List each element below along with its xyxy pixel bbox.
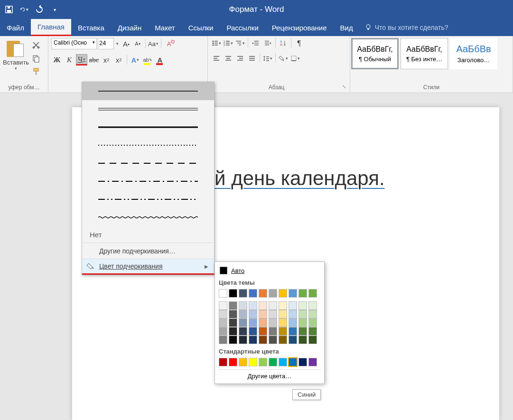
color-swatch[interactable] bbox=[308, 327, 317, 336]
highlight-button[interactable]: ab✎ bbox=[142, 54, 153, 65]
color-swatch[interactable] bbox=[239, 358, 247, 366]
color-swatch[interactable] bbox=[239, 310, 247, 318]
show-marks-button[interactable]: ¶ bbox=[293, 38, 305, 48]
document-text[interactable]: й день календаря. bbox=[215, 167, 385, 190]
color-swatch[interactable] bbox=[219, 301, 227, 310]
color-swatch[interactable] bbox=[269, 310, 277, 318]
multilevel-button[interactable] bbox=[234, 38, 246, 48]
grow-font-button[interactable]: A▴ bbox=[121, 38, 131, 49]
copy-icon[interactable] bbox=[32, 54, 40, 65]
color-swatch[interactable] bbox=[259, 289, 267, 298]
color-swatch[interactable] bbox=[308, 310, 317, 318]
numbering-button[interactable]: 123 bbox=[223, 38, 234, 48]
underline-style-wave[interactable] bbox=[82, 208, 214, 226]
tab-insert[interactable]: Вставка bbox=[71, 19, 111, 36]
color-auto[interactable]: Авто bbox=[218, 265, 321, 276]
color-swatch[interactable] bbox=[298, 301, 307, 310]
qat-customize-icon[interactable]: ▾ bbox=[50, 5, 59, 14]
color-swatch[interactable] bbox=[289, 327, 297, 336]
color-swatch[interactable] bbox=[229, 358, 237, 366]
underline-style-single[interactable] bbox=[82, 82, 214, 100]
underline-style-dotted[interactable] bbox=[82, 136, 214, 154]
line-spacing-button[interactable] bbox=[262, 53, 273, 64]
color-swatch[interactable] bbox=[279, 358, 287, 366]
color-swatch[interactable] bbox=[249, 301, 257, 310]
shrink-font-button[interactable]: A▾ bbox=[132, 38, 143, 49]
color-swatch[interactable] bbox=[219, 336, 227, 344]
color-swatch[interactable] bbox=[249, 358, 257, 366]
color-swatch[interactable] bbox=[289, 336, 297, 344]
tell-me-search[interactable]: Что вы хотите сделать? bbox=[360, 19, 453, 36]
color-swatch[interactable] bbox=[279, 301, 287, 310]
underline-button[interactable]: Ч bbox=[76, 54, 87, 65]
undo-icon[interactable]: ▾ bbox=[20, 5, 28, 14]
paste-button[interactable]: Вставить ▾ bbox=[3, 38, 29, 78]
color-swatch[interactable] bbox=[279, 318, 287, 327]
tab-mailings[interactable]: Рассылки bbox=[220, 19, 265, 36]
color-swatch[interactable] bbox=[219, 310, 227, 318]
style-normal[interactable]: АаБбВвГг, ¶ Обычный bbox=[351, 38, 399, 69]
align-center-button[interactable] bbox=[223, 53, 234, 64]
tab-design[interactable]: Дизайн bbox=[111, 19, 148, 36]
align-right-button[interactable] bbox=[234, 53, 246, 64]
paragraph-launcher-icon[interactable]: ⤡ bbox=[342, 84, 346, 89]
color-swatch[interactable] bbox=[259, 358, 267, 366]
color-swatch[interactable] bbox=[229, 327, 237, 336]
color-swatch[interactable] bbox=[229, 336, 237, 344]
save-icon[interactable] bbox=[5, 5, 13, 14]
bold-button[interactable]: Ж bbox=[51, 54, 63, 65]
tab-references[interactable]: Ссылки bbox=[182, 19, 220, 36]
color-swatch[interactable] bbox=[269, 301, 277, 310]
color-swatch[interactable] bbox=[279, 310, 287, 318]
color-swatch[interactable] bbox=[259, 327, 267, 336]
redo-icon[interactable] bbox=[35, 5, 44, 14]
color-swatch[interactable] bbox=[298, 336, 307, 344]
color-swatch[interactable] bbox=[229, 318, 237, 327]
align-left-button[interactable] bbox=[211, 53, 222, 64]
color-swatch[interactable] bbox=[239, 336, 247, 344]
subscript-button[interactable]: x2 bbox=[101, 54, 112, 65]
color-swatch[interactable] bbox=[289, 301, 297, 310]
change-case-button[interactable]: Aa bbox=[148, 38, 159, 49]
borders-button[interactable] bbox=[289, 53, 301, 64]
color-swatch[interactable] bbox=[279, 289, 287, 298]
clear-format-button[interactable]: A bbox=[164, 38, 174, 49]
underline-style-double[interactable] bbox=[82, 100, 214, 118]
color-swatch[interactable] bbox=[269, 358, 277, 366]
color-swatch[interactable] bbox=[298, 327, 307, 336]
color-swatch[interactable] bbox=[279, 336, 287, 344]
style-no-spacing[interactable]: АаБбВвГг, ¶ Без инте… bbox=[401, 38, 448, 69]
color-swatch[interactable] bbox=[249, 318, 257, 327]
color-swatch[interactable] bbox=[289, 318, 297, 327]
color-swatch[interactable] bbox=[249, 289, 257, 298]
color-swatch[interactable] bbox=[289, 289, 297, 298]
style-heading[interactable]: АаБбВв Заголово… bbox=[450, 38, 497, 69]
color-swatch[interactable] bbox=[289, 358, 297, 366]
color-swatch[interactable] bbox=[269, 289, 277, 298]
color-swatch[interactable] bbox=[308, 301, 317, 310]
color-swatch[interactable] bbox=[249, 327, 257, 336]
color-swatch[interactable] bbox=[308, 358, 317, 366]
color-swatch[interactable] bbox=[269, 336, 277, 344]
tab-view[interactable]: Вид bbox=[334, 19, 360, 36]
underline-more-option[interactable]: Другие подчеркивания… bbox=[82, 243, 214, 259]
color-swatch[interactable] bbox=[298, 318, 307, 327]
bullets-button[interactable] bbox=[211, 38, 222, 48]
color-swatch[interactable] bbox=[259, 310, 267, 318]
underline-style-thick[interactable] bbox=[82, 118, 214, 136]
tab-file[interactable]: Файл bbox=[0, 19, 31, 36]
color-swatch[interactable] bbox=[269, 318, 277, 327]
color-swatch[interactable] bbox=[308, 318, 317, 327]
tab-layout[interactable]: Макет bbox=[148, 19, 181, 36]
color-swatch[interactable] bbox=[239, 289, 247, 298]
color-swatch[interactable] bbox=[279, 327, 287, 336]
color-swatch[interactable] bbox=[259, 301, 267, 310]
color-swatch[interactable] bbox=[298, 310, 307, 318]
color-swatch[interactable] bbox=[229, 301, 237, 310]
color-swatch[interactable] bbox=[219, 358, 227, 366]
cut-icon[interactable] bbox=[32, 41, 40, 51]
color-swatch[interactable] bbox=[239, 318, 247, 327]
format-painter-icon[interactable] bbox=[32, 67, 40, 78]
color-swatch[interactable] bbox=[219, 289, 227, 298]
strikethrough-button[interactable]: abc bbox=[88, 54, 100, 65]
